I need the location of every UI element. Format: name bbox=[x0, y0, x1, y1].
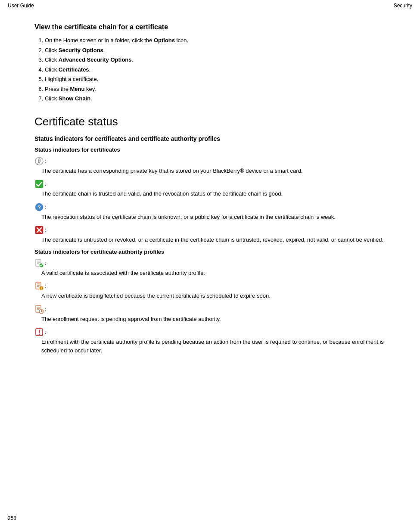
cert-indicator-3-text: The revocation status of the certificate… bbox=[41, 213, 386, 221]
cert-indicator-4: : The certificate is untrusted or revoke… bbox=[34, 225, 386, 244]
header-left: User Guide bbox=[8, 3, 34, 9]
ca-indicator-2-text: A new certificate is being fetched becau… bbox=[41, 292, 386, 300]
page-footer: 258 bbox=[8, 515, 16, 521]
step-4: Click Certificates. bbox=[45, 65, 386, 74]
exclaim-icon bbox=[34, 327, 44, 337]
svg-text:?: ? bbox=[37, 204, 41, 211]
step-1: On the Home screen or in a folder, click… bbox=[45, 36, 386, 45]
section2-title: Certificate status bbox=[34, 115, 386, 128]
cert-indicator-1-row: : bbox=[34, 156, 386, 166]
ca-indicators-title: Status indicators for certificate author… bbox=[34, 249, 386, 255]
cert-indicator-1-colon: : bbox=[45, 156, 47, 166]
cert-indicator-1: : The certificate has a corresponding pr… bbox=[34, 156, 386, 175]
ca-indicator-1: : A valid certificate is associated with… bbox=[34, 258, 386, 277]
ca-indicator-1-row: : bbox=[34, 258, 386, 268]
doc-check-icon bbox=[34, 258, 44, 268]
doc-yellow-icon: ! bbox=[34, 281, 44, 291]
cert-indicator-3-row: ? : bbox=[34, 202, 386, 212]
subsection-title: Status indicators for certificates and c… bbox=[34, 135, 386, 142]
ca-indicator-4-colon: : bbox=[45, 327, 47, 337]
ca-indicator-4-text: Enrollment with the certificate authorit… bbox=[41, 338, 386, 355]
step-7-bold: Show Chain bbox=[59, 95, 90, 102]
cert-indicator-4-colon: : bbox=[45, 225, 47, 235]
cert-indicator-2-colon: : bbox=[45, 179, 47, 189]
header-right: Security bbox=[394, 3, 412, 9]
section1-title: View the certificate chain for a certifi… bbox=[34, 23, 386, 31]
step-3-bold: Advanced Security Options bbox=[59, 56, 132, 63]
step-2-bold: Security Options bbox=[59, 47, 103, 53]
ca-indicator-3: : The enrollment request is pending appr… bbox=[34, 305, 386, 324]
cert-indicator-2: : The certificate chain is trusted and v… bbox=[34, 179, 386, 198]
ca-indicator-4-row: : bbox=[34, 327, 386, 337]
ca-indicator-2-colon: : bbox=[45, 281, 47, 291]
cert-indicator-3-colon: : bbox=[45, 202, 47, 212]
key-icon bbox=[34, 156, 44, 166]
ca-indicator-3-text: The enrollment request is pending approv… bbox=[41, 315, 386, 324]
cert-indicators-title: Status indicators for certificates bbox=[34, 146, 386, 153]
svg-text:!: ! bbox=[41, 286, 42, 290]
step-5: Highlight a certificate. bbox=[45, 75, 386, 84]
cert-indicator-2-text: The certificate chain is trusted and val… bbox=[41, 190, 386, 198]
ca-indicator-4: : Enrollment with the certificate author… bbox=[34, 327, 386, 355]
cert-indicator-4-text: The certificate is untrusted or revoked,… bbox=[41, 236, 386, 244]
ca-indicator-1-text: A valid certificate is associated with t… bbox=[41, 269, 386, 277]
step-4-bold: Certificates bbox=[59, 66, 89, 73]
step-6-bold: Menu bbox=[70, 86, 85, 92]
step-2: Click Security Options. bbox=[45, 46, 386, 55]
cert-indicator-3: ? : The revocation status of the certifi… bbox=[34, 202, 386, 221]
doc-clock-icon bbox=[34, 305, 44, 314]
x-red-icon bbox=[34, 225, 44, 235]
step-1-bold: Options bbox=[154, 37, 175, 44]
section1-steps: On the Home screen or in a folder, click… bbox=[45, 36, 386, 103]
svg-point-29 bbox=[39, 334, 40, 335]
page-content: View the certificate chain for a certifi… bbox=[0, 10, 420, 376]
step-7: Click Show Chain. bbox=[45, 94, 386, 103]
ca-indicator-3-row: : bbox=[34, 305, 386, 314]
cert-indicator-1-text: The certificate has a corresponding priv… bbox=[41, 167, 386, 175]
page-header: User Guide Security bbox=[0, 0, 420, 10]
question-blue-icon: ? bbox=[34, 202, 44, 212]
ca-indicator-2-row: ! : bbox=[34, 281, 386, 291]
step-3: Click Advanced Security Options. bbox=[45, 56, 386, 64]
cert-indicator-4-row: : bbox=[34, 225, 386, 235]
ca-indicator-3-colon: : bbox=[45, 305, 47, 314]
cert-indicator-2-row: : bbox=[34, 179, 386, 189]
step-6: Press the Menu key. bbox=[45, 85, 386, 93]
page-number: 258 bbox=[8, 515, 16, 521]
ca-indicator-1-colon: : bbox=[45, 258, 47, 268]
check-green-icon bbox=[34, 179, 44, 189]
ca-indicator-2: ! : A new certificate is being fetched b… bbox=[34, 281, 386, 300]
